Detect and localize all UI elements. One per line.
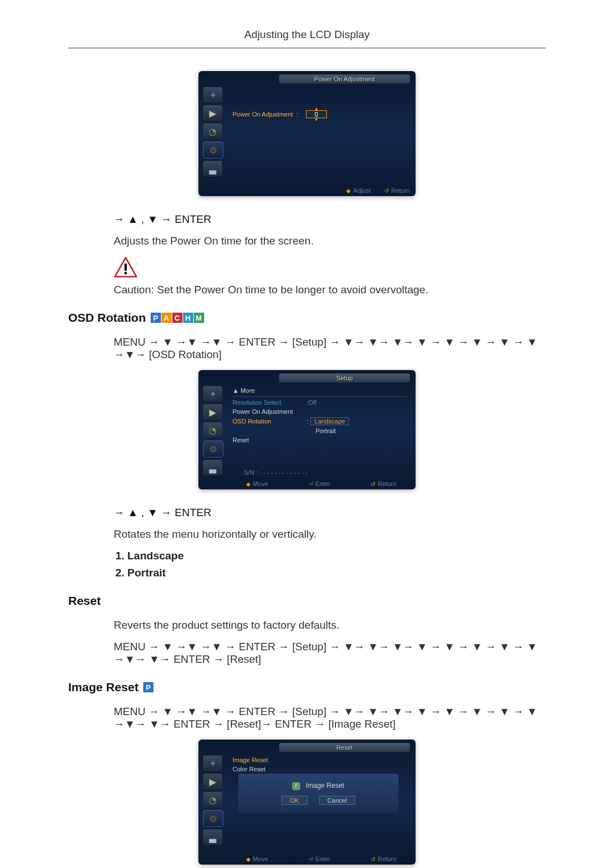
mode-p-icon: P [151, 313, 161, 323]
section-title-text: OSD Rotation [68, 311, 146, 325]
body-text: Reverts the product settings to factory … [114, 619, 546, 632]
mode-badge: P [143, 682, 154, 692]
osd-spinner[interactable]: ▲ 0 ▼ [306, 111, 326, 118]
cancel-button[interactable]: Cancel [319, 796, 355, 805]
osd-footer-move: Move [253, 480, 268, 487]
mode-c-icon: C [172, 313, 182, 323]
osd-title: Reset [279, 743, 410, 752]
osd-footer-move: Move [253, 855, 268, 862]
osd-footer-return: Return [377, 480, 396, 487]
osd-footer-adjust: Adjust [353, 187, 371, 194]
osd-content: Power On Adjustment : ▲ 0 ▼ [233, 88, 408, 179]
mode-badge: P A C H M [151, 313, 204, 323]
nav-sequence: → ▲ , ▼ → ENTER [114, 506, 546, 519]
gear-icon: ⚙ [203, 810, 223, 827]
osd-dialog-title-text: Image Reset [306, 782, 345, 790]
osd-option-value: Portrait [316, 427, 335, 434]
body-text: Adjusts the Power On time for the screen… [114, 235, 546, 247]
osd-footer: ◆Move ⏎Enter ↺Return [233, 855, 410, 862]
osd-sidebar: ✦ ▶ ◔ ⚙ ▃ [203, 87, 226, 179]
mode-p-icon: P [143, 682, 154, 692]
clock-icon: ◔ [203, 123, 222, 139]
warning-icon [114, 256, 138, 278]
osd-footer-return: Return [391, 187, 410, 194]
caution-text: Caution: Set the Power On time to be lon… [114, 284, 546, 296]
osd-footer-return: Return [377, 855, 396, 862]
osd-screenshot-setup: Setup ✦ ▶ ◔ ⚙ ▃ ▲ More Resolution Select… [198, 370, 416, 489]
mode-m-icon: M [194, 313, 204, 323]
section-heading-reset: Reset [68, 594, 546, 608]
clock-icon: ◔ [203, 792, 222, 808]
document-page: Adjusting the LCD Display Power On Adjus… [0, 0, 614, 868]
body-text: Rotates the menu horizontally or vertica… [114, 528, 546, 541]
list-item: Portrait [127, 567, 546, 579]
arrow-up-icon: ▲ [314, 106, 319, 111]
puzzle-icon: ✦ [203, 386, 222, 402]
list-item: Landscape [127, 550, 546, 562]
page-header-title: Adjusting the LCD Display [68, 28, 546, 48]
osd-item-label: Reset [233, 437, 249, 443]
menu-path-reset: MENU → ▼ →▼ →▼ → ENTER → [Setup] → ▼→ ▼→… [114, 641, 546, 666]
section-title-text: Image Reset [68, 680, 139, 694]
osd-sidebar: ✦ ▶ ◔ ⚙ ▃ [203, 755, 226, 848]
osd-footer: ◆Move ⏎Enter ↺Return [233, 480, 410, 487]
section-heading-osd-rotation: OSD Rotation P A C H M [68, 311, 546, 325]
osd-item-label: Image Reset [233, 757, 268, 763]
osd-footer: ◆Adjust ↺Return [233, 187, 410, 194]
options-list: Landscape Portrait [114, 550, 546, 579]
osd-title: Setup [279, 373, 410, 383]
osd-dialog-title: Image Reset [246, 782, 391, 790]
osd-item-label: OSD Rotation [233, 418, 306, 425]
osd-item-label: Power On Adjustment [233, 408, 293, 415]
play-icon: ▶ [203, 105, 222, 121]
osd-footer-enter: Enter [316, 855, 330, 862]
info-icon [292, 782, 300, 790]
osd-title: Power On Adjustment [279, 74, 410, 84]
osd-footer-enter: Enter [316, 480, 330, 487]
play-icon: ▶ [203, 404, 222, 420]
osd-screenshot-reset: Reset ✦ ▶ ◔ ⚙ ▃ Image Reset Color Reset … [198, 740, 416, 865]
clock-icon: ◔ [203, 422, 222, 438]
osd-sidebar: ✦ ▶ ◔ ⚙ ▃ [203, 386, 226, 478]
nav-sequence: → ▲ , ▼ → ENTER [114, 213, 546, 226]
osd-item-label: Resolution Select [233, 399, 306, 406]
puzzle-icon: ✦ [203, 755, 222, 771]
menu-path-osd-rotation: MENU → ▼ →▼ →▼ → ENTER → [Setup] → ▼→ ▼→… [114, 336, 546, 361]
osd-more: ▲ More [233, 387, 255, 394]
chart-icon: ▃ [203, 460, 222, 476]
menu-path-image-reset: MENU → ▼ →▼ →▼ → ENTER → [Setup] → ▼→ ▼→… [114, 705, 546, 730]
chart-icon: ▃ [203, 829, 222, 845]
section-heading-image-reset: Image Reset P [68, 680, 546, 694]
puzzle-icon: ✦ [203, 87, 222, 103]
osd-serial-number: S/N : - - - - - - - - - - - - - [244, 469, 308, 476]
osd-selected-value[interactable]: Landscape [314, 418, 345, 425]
chart-icon: ▃ [203, 161, 222, 177]
gear-icon: ⚙ [203, 142, 223, 159]
svg-rect-0 [125, 264, 127, 271]
svg-point-1 [125, 272, 127, 275]
ok-button[interactable]: OK [281, 796, 308, 805]
osd-item-label: Color Reset [233, 766, 265, 773]
mode-a-icon: A [161, 313, 172, 323]
osd-screenshot-power-on-adjustment: Power On Adjustment ✦ ▶ ◔ ⚙ ▃ Power On A… [198, 71, 416, 196]
arrow-down-icon: ▼ [314, 117, 319, 122]
gear-icon: ⚙ [203, 441, 223, 458]
osd-dialog: Image Reset OK Cancel [238, 774, 399, 813]
mode-h-icon: H [183, 313, 193, 323]
osd-content: ▲ More Resolution Select : Off Power On … [233, 387, 408, 472]
osd-item-value: Off [308, 399, 316, 406]
play-icon: ▶ [203, 774, 222, 790]
section-title-text: Reset [68, 594, 101, 608]
osd-field-label: Power On Adjustment [233, 111, 293, 118]
